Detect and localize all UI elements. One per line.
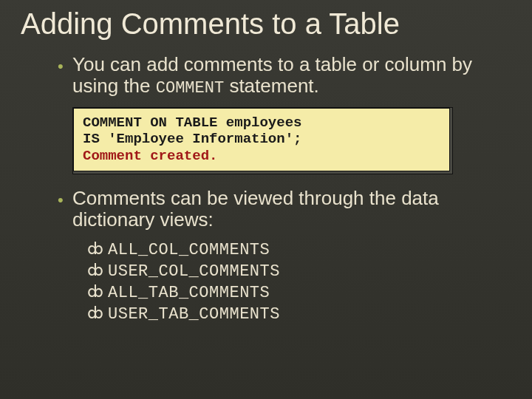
infinity-bullet-icon: ȸ (87, 304, 103, 323)
list-item: ȸ ALL_COL_COMMENTS (87, 239, 532, 259)
bullet-item: • Comments can be viewed through the dat… (58, 188, 510, 231)
sub-list: ȸ ALL_COL_COMMENTS ȸ USER_COL_COMMENTS ȸ… (87, 239, 532, 324)
list-item: ȸ USER_TAB_COMMENTS (87, 304, 532, 324)
list-item: ȸ ALL_TAB_COMMENTS (87, 282, 532, 302)
bullet-item: • You can add comments to a table or col… (58, 54, 510, 98)
code-box: COMMENT ON TABLE employees IS 'Employee … (73, 108, 450, 171)
slide-title: Adding Comments to a Table (21, 7, 532, 41)
code-line-2: IS 'Employee Information'; (83, 131, 301, 147)
code-box-shadow: COMMENT ON TABLE employees IS 'Employee … (72, 107, 453, 174)
bullet-dot-icon: • (58, 57, 72, 76)
infinity-bullet-icon: ȸ (87, 239, 103, 259)
infinity-bullet-icon: ȸ (87, 282, 103, 301)
view-name: USER_COL_COMMENTS (108, 262, 280, 281)
view-name: ALL_COL_COMMENTS (108, 241, 270, 259)
bullet-text: You can add comments to a table or colum… (72, 54, 510, 98)
slide: Adding Comments to a Table • You can add… (0, 7, 532, 399)
infinity-bullet-icon: ȸ (87, 261, 103, 280)
view-name: ALL_TAB_COMMENTS (108, 284, 270, 302)
bullet-1-code: COMMENT (156, 79, 224, 98)
bullet-1-post: statement. (224, 75, 319, 97)
bullet-text: Comments can be viewed through the data … (72, 188, 510, 231)
list-item: ȸ USER_COL_COMMENTS (87, 261, 532, 281)
view-name: USER_TAB_COMMENTS (108, 305, 280, 324)
code-result: Comment created. (83, 148, 217, 164)
bullet-dot-icon: • (58, 191, 72, 210)
code-line-1: COMMENT ON TABLE employees (83, 115, 301, 131)
